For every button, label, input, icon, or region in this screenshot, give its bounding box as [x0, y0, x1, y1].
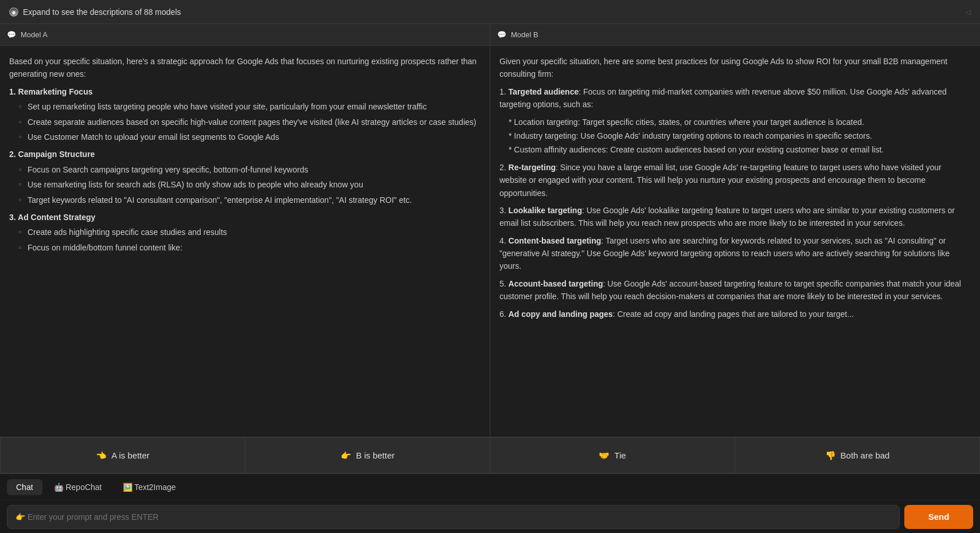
model-a-content[interactable]: Based on your specific situation, here's…: [0, 46, 490, 437]
collapse-icon[interactable]: ◁: [966, 8, 971, 16]
model-b-s6-num: 6.: [499, 309, 509, 319]
send-label: Send: [928, 512, 950, 522]
vote-tie-button[interactable]: 🤝 Tie: [490, 437, 735, 473]
model-b-section-5-text: 5. Account-based targeting: Use Google A…: [499, 277, 971, 303]
model-b-s5-title: Account-based targeting: [509, 279, 603, 288]
model-b-section-2: 2. Re-targeting: Since you have a large …: [499, 161, 971, 199]
send-button[interactable]: Send: [904, 505, 973, 529]
vote-tie-label: Tie: [614, 450, 626, 460]
model-a-label: Model A: [21, 30, 48, 39]
vote-both-bad-label: Both are bad: [841, 450, 890, 460]
model-a-section-1-list: Set up remarketing lists targeting peopl…: [9, 100, 481, 143]
top-bar: ◉ Expand to see the descriptions of 88 m…: [0, 0, 980, 24]
model-b-s2-body: : Since you have a large email list, use…: [499, 163, 942, 198]
model-b-s6-title: Ad copy and landing pages: [509, 309, 613, 319]
vote-b-better-button[interactable]: 👉 B is better: [245, 437, 490, 473]
model-b-s1-title: Targeted audience: [509, 87, 579, 96]
tabs-bar: Chat 🤖 RepoChat 🖼️ Text2Image: [0, 473, 980, 500]
model-a-icon: 💬: [7, 30, 16, 39]
model-b-section-3: 3. Lookalike targeting: Use Google Ads' …: [499, 204, 971, 230]
model-b-s3-title: Lookalike targeting: [509, 206, 582, 215]
model-b-section-2-text: 2. Re-targeting: Since you have a large …: [499, 161, 971, 199]
model-b-s4-title: Content-based targeting: [509, 236, 602, 245]
model-b-section-6: 6. Ad copy and landing pages: Create ad …: [499, 308, 971, 320]
model-b-section-1: 1. Targeted audience: Focus on targeting…: [499, 85, 971, 156]
voting-bar: 👈 A is better 👉 B is better 🤝 Tie 👎 Both…: [0, 437, 980, 473]
model-b-section-4-text: 4. Content-based targeting: Target users…: [499, 234, 971, 273]
tab-text2image-emoji: 🖼️: [123, 483, 132, 492]
tab-repochat-label: RepoChat: [65, 483, 101, 492]
vote-a-emoji: 👈: [96, 450, 107, 461]
model-a-section-3-title: 3. Ad Content Strategy: [9, 211, 481, 224]
expand-icon[interactable]: ◉: [9, 7, 18, 17]
list-item: Use remarketing lists for search ads (RL…: [18, 178, 481, 191]
model-b-s3-num: 3.: [499, 206, 509, 215]
model-b-intro: Given your specific situation, here are …: [499, 55, 971, 81]
model-b-s1-num: 1.: [499, 87, 509, 96]
model-b-panel: 💬 Model B Given your specific situation,…: [490, 24, 980, 437]
model-a-intro: Based on your specific situation, here's…: [9, 55, 481, 81]
tab-chat-label: Chat: [16, 483, 33, 492]
vote-tie-emoji: 🤝: [599, 450, 610, 461]
list-item: Focus on Search campaigns targeting very…: [18, 163, 481, 176]
list-item: Create ads highlighting specific case st…: [18, 226, 481, 238]
model-b-section-1-text: 1. Targeted audience: Focus on targeting…: [499, 85, 971, 111]
model-a-section-2-list: Focus on Search campaigns targeting very…: [9, 163, 481, 206]
model-b-s2-num: 2.: [499, 163, 509, 172]
vote-b-emoji: 👉: [341, 450, 352, 461]
input-area: Send: [0, 500, 980, 533]
model-b-content[interactable]: Given your specific situation, here are …: [490, 46, 980, 437]
model-a-section-1-title: 1. Remarketing Focus: [9, 85, 481, 98]
model-b-section-3-text: 3. Lookalike targeting: Use Google Ads' …: [499, 204, 971, 230]
model-b-s6-body: : Create ad copy and landing pages that …: [613, 309, 854, 319]
top-bar-left: ◉ Expand to see the descriptions of 88 m…: [9, 7, 181, 17]
vote-b-label: B is better: [356, 450, 395, 460]
model-b-label: Model B: [511, 30, 538, 39]
main-content: 💬 Model A Based on your specific situati…: [0, 24, 980, 437]
vote-both-bad-emoji: 👎: [825, 450, 836, 461]
model-b-header: 💬 Model B: [490, 24, 980, 46]
model-a-section-2: 2. Campaign Structure Focus on Search ca…: [9, 148, 481, 206]
tab-repochat[interactable]: 🤖 RepoChat: [45, 479, 111, 495]
chat-input[interactable]: [7, 505, 900, 529]
model-b-s1-sub1: * Location targeting: Target specific ci…: [499, 116, 971, 128]
list-item: Target keywords related to "AI consultan…: [18, 194, 481, 206]
model-a-section-2-title: 2. Campaign Structure: [9, 148, 481, 160]
list-item: Use Customer Match to upload your email …: [18, 131, 481, 143]
model-b-s1-sub2: * Industry targeting: Use Google Ads' in…: [499, 130, 971, 142]
model-b-s2-title: Re-targeting: [509, 163, 556, 172]
tab-text2image[interactable]: 🖼️ Text2Image: [114, 479, 185, 495]
list-item: Create separate audiences based on speci…: [18, 116, 481, 128]
tab-repochat-emoji: 🤖: [54, 483, 64, 492]
model-b-section-6-text: 6. Ad copy and landing pages: Create ad …: [499, 308, 971, 320]
model-b-icon: 💬: [497, 30, 506, 39]
tab-text2image-label: Text2Image: [134, 483, 175, 492]
vote-a-label: A is better: [111, 450, 150, 460]
model-a-section-3-list: Create ads highlighting specific case st…: [9, 226, 481, 254]
model-a-header: 💬 Model A: [0, 24, 490, 46]
model-b-section-4: 4. Content-based targeting: Target users…: [499, 234, 971, 273]
vote-a-better-button[interactable]: 👈 A is better: [0, 437, 245, 473]
tab-chat[interactable]: Chat: [7, 479, 42, 495]
model-a-section-3: 3. Ad Content Strategy Create ads highli…: [9, 211, 481, 254]
model-b-section-5: 5. Account-based targeting: Use Google A…: [499, 277, 971, 303]
model-b-s1-sub3: * Custom affinity audiences: Create cust…: [499, 143, 971, 156]
expand-text[interactable]: Expand to see the descriptions of 88 mod…: [23, 7, 181, 17]
list-item: Focus on middle/bottom funnel content li…: [18, 241, 481, 254]
model-a-section-1: 1. Remarketing Focus Set up remarketing …: [9, 85, 481, 144]
vote-both-bad-button[interactable]: 👎 Both are bad: [735, 437, 980, 473]
list-item: Set up remarketing lists targeting peopl…: [18, 100, 481, 113]
model-b-s4-num: 4.: [499, 236, 509, 245]
model-a-panel: 💬 Model A Based on your specific situati…: [0, 24, 490, 437]
model-b-s5-num: 5.: [499, 279, 509, 288]
